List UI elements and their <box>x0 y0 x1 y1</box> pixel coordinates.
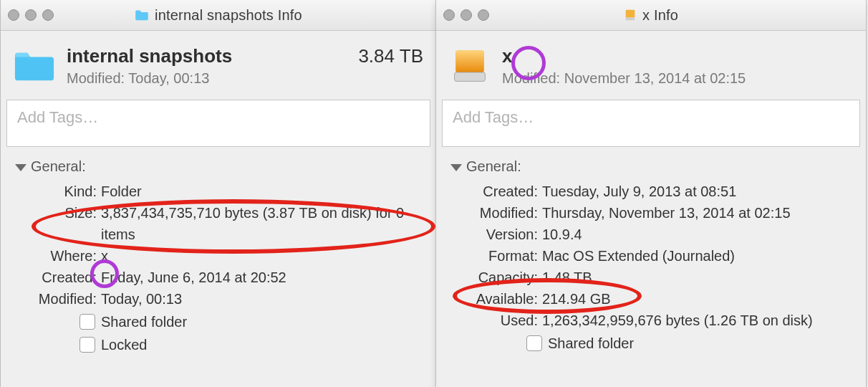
shared-folder-row[interactable]: Shared folder <box>11 311 426 333</box>
created-value: Tuesday, July 9, 2013 at 08:51 <box>542 181 856 202</box>
tags-input[interactable] <box>16 108 424 128</box>
modified-value: Today, 00:13 <box>101 288 426 310</box>
tags-field[interactable] <box>6 100 430 147</box>
shared-folder-label: Shared folder <box>548 333 634 354</box>
disclosure-triangle-icon <box>450 164 462 171</box>
shared-folder-label: Shared folder <box>101 311 187 333</box>
capacity-label: Capacity: <box>446 267 542 288</box>
info-window-volume: x Info x Modified: November 13, 2014 at … <box>435 0 867 387</box>
size-value: 3,837,434,735,710 bytes (3.87 TB on disk… <box>101 202 426 245</box>
item-size: 3.84 TB <box>358 45 423 67</box>
version-value: 10.9.4 <box>542 224 856 245</box>
header: internal snapshots 3.84 TB Modified: Tod… <box>1 31 436 100</box>
where-value: x <box>101 245 426 267</box>
used-label: Used: <box>446 310 542 331</box>
window-controls <box>443 9 489 21</box>
size-label: Size: <box>11 202 101 245</box>
checkbox[interactable] <box>79 337 95 353</box>
section-label: General: <box>466 158 521 175</box>
header: x Modified: November 13, 2014 at 02:15 <box>436 31 866 100</box>
modified-value: Thursday, November 13, 2014 at 02:15 <box>542 202 856 224</box>
locked-label: Locked <box>101 334 148 355</box>
window-title: x Info <box>642 7 678 24</box>
created-label: Created: <box>11 267 101 288</box>
shared-folder-row[interactable]: Shared folder <box>446 333 856 354</box>
disclosure-triangle-icon <box>15 164 26 171</box>
folder-icon <box>14 48 55 84</box>
info-window-folder: internal snapshots Info internal snapsho… <box>0 0 437 387</box>
drive-icon <box>624 9 637 22</box>
item-modified: Modified: November 13, 2014 at 02:15 <box>502 70 853 87</box>
zoom-button[interactable] <box>42 9 54 21</box>
close-button[interactable] <box>8 9 19 21</box>
section-label: General: <box>31 158 86 175</box>
general-disclosure[interactable]: General: <box>436 151 866 178</box>
created-label: Created: <box>446 181 542 202</box>
checkbox[interactable] <box>79 314 95 330</box>
format-label: Format: <box>446 245 542 267</box>
window-title: internal snapshots Info <box>155 7 302 24</box>
svg-rect-1 <box>626 18 635 21</box>
locked-row[interactable]: Locked <box>11 334 426 355</box>
titlebar[interactable]: x Info <box>436 0 866 31</box>
created-value: Friday, June 6, 2014 at 20:52 <box>101 267 426 288</box>
item-name: internal snapshots <box>67 45 232 67</box>
close-button[interactable] <box>443 9 455 21</box>
used-value: 1,263,342,959,676 bytes (1.26 TB on disk… <box>542 310 856 331</box>
svg-rect-0 <box>626 10 635 18</box>
capacity-value: 1.48 TB <box>542 267 856 288</box>
minimize-button[interactable] <box>460 9 472 21</box>
item-name: x <box>502 45 512 67</box>
drive-icon <box>449 48 491 84</box>
svg-rect-3 <box>455 51 483 72</box>
kind-value: Folder <box>101 181 426 202</box>
window-controls <box>8 9 54 21</box>
folder-icon <box>135 9 149 21</box>
tags-field[interactable] <box>442 100 860 147</box>
svg-rect-4 <box>455 72 486 82</box>
tags-input[interactable] <box>451 108 854 128</box>
minimize-button[interactable] <box>25 9 37 21</box>
modified-label: Modified: <box>11 288 101 310</box>
format-value: Mac OS Extended (Journaled) <box>542 245 856 267</box>
available-value: 214.94 GB <box>542 288 856 310</box>
general-disclosure[interactable]: General: <box>1 151 436 178</box>
version-label: Version: <box>446 224 542 245</box>
available-label: Available: <box>446 288 542 310</box>
titlebar[interactable]: internal snapshots Info <box>1 0 436 31</box>
zoom-button[interactable] <box>478 9 489 21</box>
item-modified: Modified: Today, 00:13 <box>67 70 423 87</box>
general-fields: Kind:Folder Size:3,837,434,735,710 bytes… <box>1 178 436 360</box>
modified-label: Modified: <box>446 202 542 224</box>
checkbox[interactable] <box>526 335 542 351</box>
general-fields: Created:Tuesday, July 9, 2013 at 08:51 M… <box>436 178 866 358</box>
kind-label: Kind: <box>11 181 101 202</box>
where-label: Where: <box>11 245 101 267</box>
